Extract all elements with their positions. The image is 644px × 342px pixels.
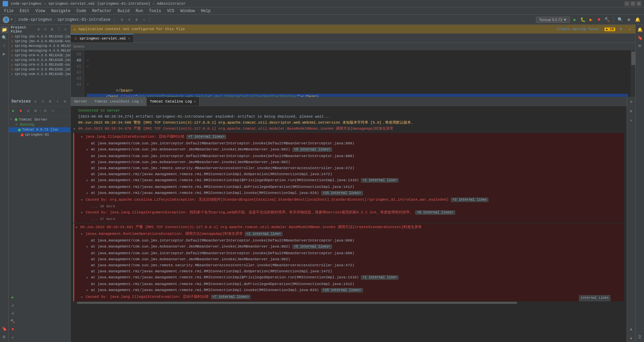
breadcrumb-project[interactable]: code-springmvc <box>18 17 52 22</box>
editor-scrollbar[interactable] <box>631 50 635 97</box>
badge-3internal[interactable]: <3 internal lines <box>451 198 488 202</box>
services-expand-icon[interactable]: ≡ <box>40 98 46 105</box>
menu-code[interactable]: Code <box>74 8 89 14</box>
svc-tab-catalina-close[interactable]: ✕ <box>194 99 196 104</box>
svc-tab-localhost-close[interactable]: ✕ <box>141 99 143 104</box>
info-close[interactable]: ✕ <box>627 26 633 32</box>
badge-15internal[interactable]: <15 internal lines> <box>321 191 363 195</box>
tree-item[interactable]: ▷ spring-jms-4.3.6.RELEASE-sources.jar <box>9 39 70 44</box>
settings-button[interactable]: ⚙ <box>625 16 633 23</box>
menu-tools[interactable]: Tools <box>146 8 164 14</box>
menu-refactor[interactable]: Refactor <box>90 8 114 14</box>
menu-help[interactable]: Help <box>198 8 213 14</box>
svc-action-close[interactable]: ✕ <box>9 334 16 341</box>
run-button[interactable]: ▶ <box>571 16 579 23</box>
tree-item[interactable]: ▷ spring-orm-4.3.6.RELEASE-sources.jar <box>9 62 70 67</box>
right-bookmark-icon[interactable]: 🔖 <box>636 34 644 42</box>
project-settings-icon[interactable]: ⋮ <box>56 26 62 32</box>
svc-run-btn[interactable]: ▶ <box>10 108 17 114</box>
scroll-up-icon[interactable]: ▲ <box>628 326 635 333</box>
services-refresh-icon[interactable]: ↺ <box>32 98 39 105</box>
sidebar-project-icon[interactable]: 📁 <box>1 26 8 33</box>
log-expand-icon4[interactable]: ▼ <box>73 127 77 132</box>
log-expand-s2-2[interactable]: ▼ <box>86 245 90 250</box>
code-content[interactable]: ▽ ▽ ▽ </bean> <bean <box>84 50 631 97</box>
badge-8internal[interactable]: <8 internal lines> <box>415 210 455 215</box>
badge-1internal-2[interactable]: <1 internal line> <box>361 275 398 280</box>
badge-5internal[interactable]: <5 internal lines> <box>292 147 332 152</box>
badge-1iline[interactable]: <1 internal line> <box>245 232 282 236</box>
toolbar-settings[interactable]: ⚙ <box>119 17 125 23</box>
close-button[interactable]: ✕ <box>637 1 641 6</box>
services-add-icon[interactable]: ＋ <box>54 98 61 105</box>
right-panel-close[interactable]: ✕ <box>628 117 635 124</box>
log-expand-5[interactable]: ▼ <box>81 135 84 140</box>
toolbar-list[interactable]: ≡ <box>126 17 132 23</box>
right-structure-icon[interactable]: ⊞ <box>636 42 644 50</box>
badge-15internal-2[interactable]: <15 internal lines> <box>321 288 363 292</box>
svc-add-btn[interactable]: ＋ <box>49 108 56 114</box>
svc-group-btn[interactable]: ⊞ <box>32 108 39 114</box>
project-gear-icon[interactable]: ⚙ <box>36 26 42 32</box>
log-expand-c1[interactable]: ▼ <box>81 198 84 203</box>
menu-edit[interactable]: Edit <box>17 8 32 14</box>
svc-action-reload[interactable]: ↺ <box>9 302 16 309</box>
menu-file[interactable]: File <box>1 8 16 14</box>
services-settings-icon[interactable]: ⚙ <box>62 98 68 105</box>
log-expand-re[interactable]: ▼ <box>81 232 84 237</box>
project-collapse-icon[interactable]: ⊟ <box>49 26 55 32</box>
maximize-button[interactable]: □ <box>631 1 635 6</box>
log-expand-s2-9[interactable]: ▼ <box>86 288 90 293</box>
svc-filter-btn[interactable]: ⊟ <box>42 108 49 114</box>
svc-action-stop[interactable]: ■ <box>9 326 16 333</box>
right-notifications-icon[interactable]: 🔔 <box>636 26 644 33</box>
notifications-button[interactable]: 🔔 <box>634 16 641 23</box>
svc-action-run[interactable]: ▶ <box>9 294 16 300</box>
create-spring-link[interactable]: Create Spring facet <box>557 27 599 31</box>
svc-restart-btn[interactable]: ↺ <box>25 108 32 114</box>
project-close-icon[interactable]: ✕ <box>62 26 68 32</box>
log-expand-c3[interactable]: ▼ <box>81 295 84 300</box>
build-button[interactable]: 🔨 <box>603 16 611 23</box>
sidebar-find-icon[interactable]: 🔍 <box>1 34 8 42</box>
log-expand-e2[interactable]: ▼ <box>75 225 79 230</box>
tree-item[interactable]: ▷ spring-oxm-4.3.6.RELEASE-javadoc.jar <box>9 72 70 76</box>
menu-run[interactable]: Run <box>133 8 146 14</box>
tomcat-selector[interactable]: Tomcat 9.0.73 ▼ <box>536 17 570 23</box>
badge-5internal-2[interactable]: <5 internal lines> <box>292 245 332 249</box>
menu-window[interactable]: Window <box>178 8 198 14</box>
search-button[interactable]: 🔍 <box>616 16 624 23</box>
badge-1internal[interactable]: <1 internal line> <box>361 178 398 183</box>
svc-tree-running[interactable]: ▼ Running <box>9 122 70 127</box>
user-avatar[interactable]: 👤 <box>3 16 9 23</box>
toolbar-filter[interactable]: ≣ <box>133 17 140 23</box>
svc-tree-tomcat-version[interactable]: Tomcat 9.0.73 [loc <box>9 127 70 132</box>
menu-vcs[interactable]: VCS <box>164 8 177 14</box>
tree-item[interactable]: ▷ spring-orm-4.3.6.RELEASE-javadoc.jar <box>9 58 70 62</box>
stop-button[interactable]: ■ <box>595 16 603 23</box>
menu-build[interactable]: Build <box>115 8 132 14</box>
tab-close-icon[interactable]: ✕ <box>128 37 130 41</box>
editor-tab-springmvc[interactable]: 🗋 springmvc-servlet.xml ✕ <box>71 34 134 43</box>
code-editor[interactable]: 39 40 41 42 43 44 ▽ ▽ <box>71 50 635 97</box>
right-panel-expand[interactable]: ⊞ <box>628 108 635 114</box>
svc-tree-tomcat-server[interactable]: ▼ Tomcat Server <box>9 117 70 122</box>
svc-stop-btn[interactable]: ■ <box>17 108 24 114</box>
right-panel-settings[interactable]: ⚙ <box>628 98 635 105</box>
services-filter-icon[interactable]: ⊞ <box>47 98 54 105</box>
log-expand-c2[interactable]: ▼ <box>81 210 84 216</box>
log-expand-s2[interactable]: ▼ <box>86 147 90 153</box>
svc-action-config[interactable]: ⚙ <box>9 310 16 317</box>
right-translate-icon[interactable]: 文 <box>636 333 644 341</box>
svc-tab-server[interactable]: Server <box>71 97 91 106</box>
tree-item[interactable]: ▷ spring-messaging-4.3.6.RELEASE-javadoc… <box>9 44 70 48</box>
tree-item[interactable]: ▷ spring-jms-4.3.6.RELEASE-javadoc.jar <box>9 34 70 39</box>
log-expand-s9[interactable]: ▼ <box>86 191 90 196</box>
tree-item[interactable]: ▷ spring-oxm-4.3.6.RELEASE.jar <box>9 67 70 72</box>
minimize-button[interactable]: ─ <box>625 1 629 6</box>
svc-tab-catalina-log[interactable]: Tomcat Catalina Log ✕ <box>147 97 200 106</box>
tree-item[interactable]: ▷ spring-orm-4.3.6.RELEASE.jar <box>9 53 70 58</box>
project-expand-icon[interactable]: ≡ <box>42 26 48 32</box>
svc-tab-localhost-log[interactable]: Tomcat Localhost Log ✕ <box>91 97 147 106</box>
info-chevron[interactable]: ▼ <box>618 26 624 32</box>
